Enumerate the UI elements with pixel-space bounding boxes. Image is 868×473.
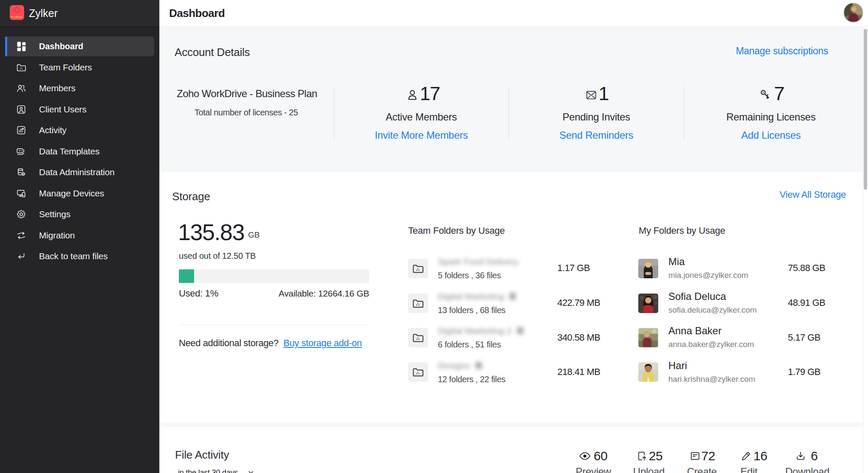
svg-text:ZYLKER INC.: ZYLKER INC. — [11, 16, 23, 18]
